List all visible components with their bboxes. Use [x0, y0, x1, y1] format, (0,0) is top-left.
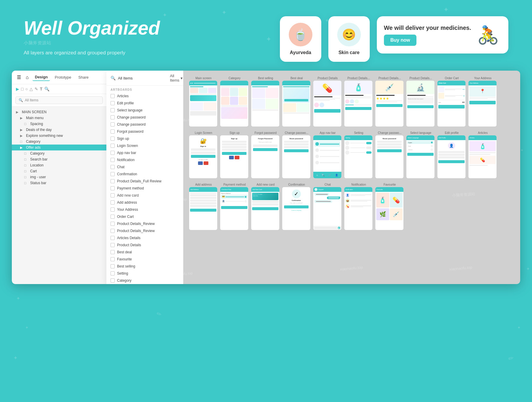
layer-status-bar[interactable]: □ Status bar	[12, 180, 106, 186]
screen-notification[interactable]: Notification Notification 👤	[344, 183, 372, 230]
artboard-item-notification[interactable]: Notification	[106, 156, 183, 163]
artboard-item-setting[interactable]: Setting	[106, 270, 183, 277]
home-icon[interactable]: ⌂	[24, 74, 30, 80]
artboard-frame-icon-11	[111, 165, 115, 169]
artboard-item-changepw2[interactable]: Change password	[106, 121, 183, 128]
screen-confirmation[interactable]: Confirmation ✓ Confirmation Your order i…	[282, 183, 310, 230]
screen-appnav[interactable]: App nav bar	[313, 131, 341, 178]
artboard-item-favourite[interactable]: Favourite	[106, 256, 183, 263]
layer-location[interactable]: □ Location	[12, 162, 106, 168]
tool-triangle[interactable]: △	[30, 87, 33, 91]
artboard-item-articlesdetails[interactable]: Articles Details	[106, 234, 183, 241]
artboard-item-addcard[interactable]: Add new card	[106, 192, 183, 199]
screen-setting[interactable]: Setting Setting	[344, 131, 372, 178]
artboard-bestselling-label: Best selling	[117, 264, 135, 268]
layer-search-bar[interactable]: □ Search bar	[12, 156, 106, 162]
layer-explore-label: Explore something new	[26, 134, 63, 138]
layer-cart[interactable]: □ Cart	[12, 168, 106, 174]
artboard-item-changepw1[interactable]: Change password	[106, 114, 183, 121]
screen-addaddress-label: Add address	[194, 183, 212, 186]
artboard-item-login[interactable]: Login Screen	[106, 142, 183, 149]
screen-bestdeal[interactable]: Best deal	[282, 77, 310, 127]
tab-prototype[interactable]: Prototype	[52, 74, 74, 81]
artboard-item-pd-review1[interactable]: Product Details_Review	[106, 220, 183, 227]
menu-icon[interactable]: ☰	[16, 74, 22, 80]
screen-productdetails4[interactable]: Product Details... 🔬 Review text here lo…	[406, 77, 434, 127]
layer-img-user[interactable]: □ img - user	[12, 174, 106, 180]
artboard-item-appnav[interactable]: App nav bar	[106, 149, 183, 156]
screen-addaddress[interactable]: Add address Add Address	[189, 183, 217, 230]
screen-articles[interactable]: Articles Articles 🧴 💊	[468, 131, 497, 178]
screen-changepw2[interactable]: Change passwo... Reset password	[375, 131, 403, 178]
screen-youraddress[interactable]: Your Address Your Address 📍	[468, 77, 497, 127]
layer-explore[interactable]: ▶ Explore something new	[12, 133, 106, 139]
layer-search-input[interactable]: 🔍 All Items	[15, 96, 103, 104]
artboard-productdetails-label: Product Details	[117, 243, 141, 247]
screen-ordercart[interactable]: Order Cart Order Cart	[437, 77, 466, 127]
artboards-search-input[interactable]	[118, 76, 168, 80]
artboard-pd-review2-label: Product Details_Review	[117, 229, 155, 233]
tool-frame[interactable]: □	[21, 87, 23, 91]
ayurveda-card[interactable]: 🍵 Ayurveda	[280, 16, 321, 62]
tool-text[interactable]: T	[40, 87, 43, 91]
artboard-item-pd-fullreview[interactable]: Product Details_Full Review	[106, 178, 183, 185]
tool-cursor[interactable]: ▶	[16, 87, 19, 91]
artboards-dropdown[interactable]: All Items ▾	[170, 74, 183, 82]
screen-productdetails[interactable]: Product Details 💊	[313, 77, 341, 127]
artboard-item-bestselling[interactable]: Best selling	[106, 263, 183, 270]
layer-main-screen-group[interactable]: ▶ MAIN SCREEN	[12, 109, 106, 115]
screen-forgotpw[interactable]: Forgot password Forgot Password Enter yo…	[251, 131, 279, 178]
screen-productdetails2[interactable]: Product Details... 🧴	[344, 77, 372, 127]
layer-deals[interactable]: ▶ Deals of the day	[12, 127, 106, 133]
artboard-item-confirmation[interactable]: Confirmation	[106, 171, 183, 178]
tool-pen[interactable]: ✎	[35, 87, 38, 91]
layer-main-menu[interactable]: ▶ Main menu	[12, 115, 106, 121]
chevron-down-icon: ▾	[181, 76, 183, 80]
screen-main[interactable]: Main screen	[189, 77, 217, 127]
layer-search-bar-label: Search bar	[30, 157, 48, 161]
tool-circle[interactable]: ○	[25, 87, 27, 91]
artboard-frame-icon-26	[111, 271, 115, 275]
screen-addcard[interactable]: Add new card Add New Card **** **** ****…	[251, 183, 279, 230]
screen-loginscreen-row2[interactable]: Login Screen 🔐 Sign in or sign in with	[189, 131, 217, 178]
screen-bestselling[interactable]: Best selling	[251, 77, 279, 127]
artboard-item-ordercart[interactable]: Order Cart	[106, 213, 183, 220]
artboard-item-bestdeal[interactable]: Best deal	[106, 249, 183, 256]
screen-category[interactable]: Category	[220, 77, 248, 127]
artboard-item-youraddress[interactable]: Your Address	[106, 206, 183, 213]
buy-now-button[interactable]: Buy now	[384, 35, 417, 46]
skincare-card[interactable]: 😊 Skin care	[328, 16, 370, 62]
tool-search[interactable]: 🔍	[44, 87, 49, 91]
artboard-item-chat[interactable]: Chat	[106, 163, 183, 171]
artboard-item-editprofile[interactable]: Edit profile	[106, 100, 183, 107]
screen-selectlang[interactable]: Select language Select Language English	[406, 131, 434, 178]
artboard-item-payment[interactable]: Payment method	[106, 185, 183, 192]
artboard-item-selectlang[interactable]: Select language	[106, 107, 183, 114]
screen-changepw[interactable]: Change passwo... Reset password	[282, 131, 310, 178]
tab-design[interactable]: Design	[33, 74, 50, 81]
artboards-section-label: ARTBOARDS	[106, 86, 183, 93]
screen-productdetails3[interactable]: Product Details... 💉	[375, 77, 403, 127]
layer-status-bar-label: Status bar	[30, 181, 46, 185]
artboard-item-addaddress[interactable]: Add address	[106, 199, 183, 206]
layer-spacing[interactable]: □ Spacing	[12, 121, 106, 127]
screen-payment[interactable]: Payment method Checkout Flow Payment Met…	[220, 183, 248, 230]
artboard-item-pd-review2[interactable]: Product Details_Review	[106, 227, 183, 234]
artboard-favourite-label: Favourite	[117, 257, 132, 261]
search-icon: 🔍	[19, 98, 23, 102]
artboard-item-signup[interactable]: Sign up	[106, 135, 183, 142]
artboard-item-productdetails[interactable]: Product Details	[106, 241, 183, 249]
artboard-item-articles[interactable]: Articles	[106, 93, 183, 100]
layer-offer-ads[interactable]: ▶ Offer ads	[12, 145, 106, 150]
screen-editprofile[interactable]: Edit profile Edit Profile 👤	[437, 131, 466, 178]
artboard-item-forgotpw[interactable]: Forgot password	[106, 128, 183, 135]
artboard-frame-icon-7	[111, 137, 115, 141]
screen-favourite[interactable]: Favourite Favourite 🧴 💊	[375, 183, 403, 230]
layer-category[interactable]: □ Category	[12, 139, 106, 145]
artboard-notification-label: Notification	[117, 158, 134, 162]
layer-category-sub[interactable]: □ Category	[12, 150, 106, 156]
screen-chat[interactable]: Chat Support	[313, 183, 341, 230]
screen-signup[interactable]: Sign up Sign up	[220, 131, 248, 178]
artboard-item-category-bottom[interactable]: Category	[106, 277, 183, 284]
tab-share[interactable]: Share	[76, 74, 91, 81]
